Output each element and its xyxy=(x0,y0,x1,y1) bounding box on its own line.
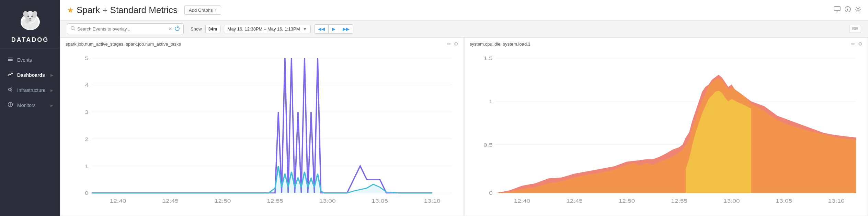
svg-text:13:05: 13:05 xyxy=(776,198,792,204)
chart2-title: system.cpu.idle, system.load.1 xyxy=(470,41,851,47)
dashboards-chevron: ▶ xyxy=(50,73,53,77)
svg-point-11 xyxy=(25,18,30,23)
svg-text:12:45: 12:45 xyxy=(162,198,179,204)
sidebar-item-events-label: Events xyxy=(17,57,32,63)
topbar: ★ Spark + Standard Metrics Add Graphs + xyxy=(60,0,868,21)
search-clear-icon[interactable]: ✕ xyxy=(168,26,172,32)
search-power-icon[interactable] xyxy=(174,25,180,32)
svg-text:12:55: 12:55 xyxy=(671,198,687,204)
svg-line-31 xyxy=(74,29,75,30)
chart-system: system.cpu.idle, system.load.1 ✏ ⚙ 1.5 1… xyxy=(464,37,868,216)
sidebar-nav: Events Dashboards ▶ Infrastructu xyxy=(0,52,60,113)
monitors-chevron: ▶ xyxy=(50,104,53,107)
svg-text:12:40: 12:40 xyxy=(110,198,126,204)
chart2-settings-icon[interactable]: ⚙ xyxy=(858,41,863,47)
chart2-edit-icon[interactable]: ✏ xyxy=(851,41,855,47)
svg-point-17 xyxy=(11,90,12,91)
events-icon xyxy=(7,57,14,63)
search-box[interactable]: ✕ xyxy=(67,23,184,34)
datadog-logo xyxy=(16,7,44,34)
keyboard-shortcut-button[interactable]: ⌨ xyxy=(849,25,861,33)
svg-point-22 xyxy=(10,105,11,106)
svg-text:13:10: 13:10 xyxy=(828,198,845,204)
add-graphs-button[interactable]: Add Graphs + xyxy=(184,5,221,15)
sidebar-item-monitors[interactable]: Monitors ▶ xyxy=(0,98,60,113)
charts-area: spark.job.num_active_stages, spark.job.n… xyxy=(60,37,868,216)
favorite-star-icon[interactable]: ★ xyxy=(67,6,74,15)
time-range-text: May 16, 12:38PM – May 16, 1:13PM xyxy=(228,26,300,32)
svg-marker-68 xyxy=(496,78,856,193)
svg-rect-23 xyxy=(834,7,840,11)
svg-text:0: 0 xyxy=(489,191,493,196)
svg-point-9 xyxy=(32,16,33,16)
time-navigation-buttons: ◀◀ ▶ ▶▶ xyxy=(314,24,353,34)
svg-text:0.5: 0.5 xyxy=(483,142,493,148)
svg-text:2: 2 xyxy=(85,136,89,142)
play-button[interactable]: ▶ xyxy=(329,25,339,33)
svg-point-29 xyxy=(857,8,859,10)
show-label: Show xyxy=(191,26,202,32)
chart2-actions: ✏ ⚙ xyxy=(851,41,863,47)
svg-text:12:40: 12:40 xyxy=(514,198,530,204)
chart1-actions: ✏ ⚙ xyxy=(447,41,458,47)
svg-marker-51 xyxy=(92,166,432,193)
infrastructure-icon xyxy=(7,87,14,94)
search-icon xyxy=(71,26,75,32)
logo-area: DATADOG xyxy=(0,0,60,49)
sidebar-item-dashboards-label: Dashboards xyxy=(17,72,45,78)
svg-text:1: 1 xyxy=(489,99,493,105)
svg-text:13:00: 13:00 xyxy=(319,198,336,204)
sidebar-item-dashboards[interactable]: Dashboards ▶ xyxy=(0,68,60,83)
svg-text:13:00: 13:00 xyxy=(723,198,740,204)
next-next-button[interactable]: ▶▶ xyxy=(339,25,353,33)
svg-point-15 xyxy=(9,89,10,91)
svg-point-8 xyxy=(28,16,29,16)
svg-point-7 xyxy=(31,16,33,17)
monitors-icon xyxy=(7,102,14,109)
search-input[interactable] xyxy=(77,26,166,32)
prev-prev-button[interactable]: ◀◀ xyxy=(315,25,329,33)
chart2-header: system.cpu.idle, system.load.1 ✏ ⚙ xyxy=(470,41,863,47)
svg-rect-12 xyxy=(8,58,13,58)
svg-text:1: 1 xyxy=(85,164,89,169)
chart1-settings-icon[interactable]: ⚙ xyxy=(454,41,458,47)
svg-marker-69 xyxy=(686,91,751,193)
svg-line-18 xyxy=(10,88,11,89)
chart2-svg: 1.5 1 0.5 0 12:40 12:45 12:50 12:55 13:0… xyxy=(470,48,863,212)
main-content: ★ Spark + Standard Metrics Add Graphs + xyxy=(60,0,868,216)
svg-rect-14 xyxy=(8,60,13,61)
svg-text:13:05: 13:05 xyxy=(372,198,388,204)
sidebar-item-events[interactable]: Events xyxy=(0,52,60,68)
svg-text:1.5: 1.5 xyxy=(483,56,493,61)
svg-text:0: 0 xyxy=(85,191,89,196)
time-range-selector[interactable]: May 16, 12:38PM – May 16, 1:13PM ▼ xyxy=(224,25,311,33)
svg-point-28 xyxy=(847,8,848,9)
chart1-svg: 5 4 3 2 1 0 12:40 12:45 12:50 12:55 13:0… xyxy=(66,48,458,212)
sidebar-item-infrastructure[interactable]: Infrastructure ▶ xyxy=(0,83,60,98)
chart1-title: spark.job.num_active_stages, spark.job.n… xyxy=(66,41,447,47)
svg-point-10 xyxy=(29,18,31,20)
topbar-actions xyxy=(834,6,861,14)
svg-rect-13 xyxy=(8,59,13,60)
chart-spark-jobs: spark.job.num_active_stages, spark.job.n… xyxy=(60,37,464,216)
svg-text:13:10: 13:10 xyxy=(424,198,441,204)
svg-point-6 xyxy=(27,16,29,17)
monitor-icon[interactable] xyxy=(834,6,841,14)
settings-icon[interactable] xyxy=(855,6,861,14)
chart1-header: spark.job.num_active_stages, spark.job.n… xyxy=(66,41,458,47)
time-duration-pill[interactable]: 34m xyxy=(205,25,220,33)
sidebar: DATADOG Events Dashboards ▶ xyxy=(0,0,60,216)
svg-point-16 xyxy=(11,88,12,89)
infrastructure-chevron: ▶ xyxy=(50,88,53,92)
svg-text:3: 3 xyxy=(85,110,89,115)
svg-text:5: 5 xyxy=(85,56,89,61)
svg-line-19 xyxy=(10,89,11,91)
svg-text:12:50: 12:50 xyxy=(619,198,635,204)
sidebar-item-monitors-label: Monitors xyxy=(17,103,36,108)
info-icon[interactable] xyxy=(845,6,851,14)
svg-text:12:55: 12:55 xyxy=(267,198,283,204)
brand-name: DATADOG xyxy=(11,36,49,44)
chart1-edit-icon[interactable]: ✏ xyxy=(447,41,451,47)
chart2-body: 1.5 1 0.5 0 12:40 12:45 12:50 12:55 13:0… xyxy=(470,48,863,212)
svg-text:4: 4 xyxy=(85,83,89,88)
